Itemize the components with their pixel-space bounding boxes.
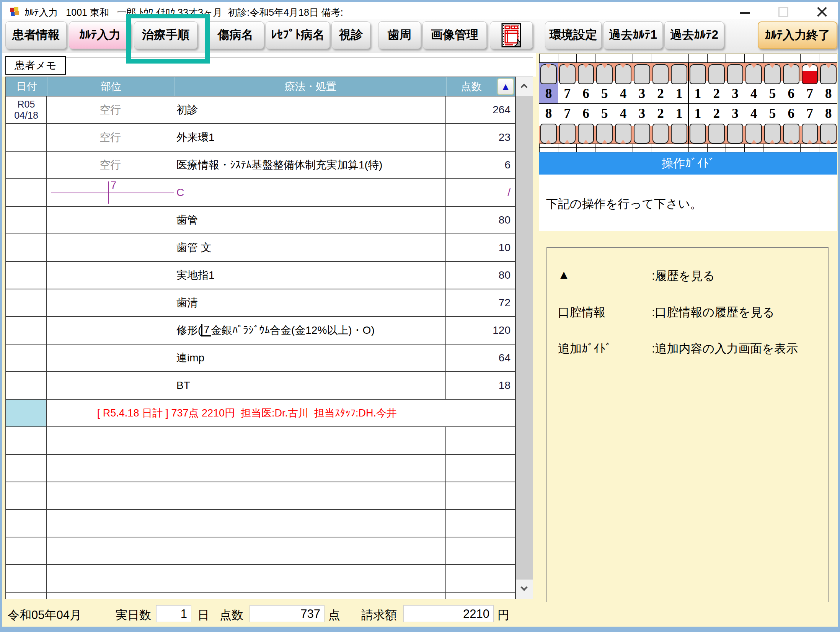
tooth-number-lower-right-3[interactable]: 3 — [633, 104, 651, 123]
tooth-upper-right-5[interactable] — [596, 64, 613, 84]
table-row-empty[interactable] — [6, 455, 515, 482]
tooth-lower-left-3[interactable] — [727, 124, 744, 144]
tooth-number-upper-left-1[interactable]: 1 — [688, 84, 707, 103]
sort-up-icon[interactable]: ▲ — [497, 78, 514, 95]
patient-memo-tab[interactable]: 患者メモ — [5, 56, 66, 75]
scroll-up-icon[interactable] — [516, 77, 533, 96]
tooth-number-upper-left-7[interactable]: 7 — [801, 84, 819, 103]
tooth-upper-left-3[interactable] — [727, 64, 744, 84]
tooth-upper-right-7[interactable] — [559, 64, 576, 84]
table-row[interactable]: 空行 外来環1 23 — [6, 124, 515, 152]
tooth-number-lower-right-1[interactable]: 1 — [670, 104, 688, 123]
tooth-upper-right-6[interactable] — [578, 64, 594, 84]
tooth-number-lower-left-3[interactable]: 3 — [726, 104, 745, 123]
exit-karte-input-button[interactable]: ｶﾙﾃ入力終了 — [758, 21, 837, 49]
tooth-upper-left-6[interactable] — [783, 64, 799, 84]
tooth-number-upper-left-8[interactable]: 8 — [819, 84, 837, 103]
tooth-number-lower-right-7[interactable]: 7 — [558, 104, 577, 123]
tooth-number-lower-right-8[interactable]: 8 — [539, 104, 558, 123]
tooth-number-upper-left-4[interactable]: 4 — [744, 84, 763, 103]
perio-button[interactable]: 歯周 — [378, 21, 421, 49]
table-row[interactable]: 空行 医療情報・ｼｽﾃﾑ基盤整備体制充実加算1(特) 6 — [6, 152, 515, 179]
tooth-upper-right-8[interactable] — [540, 64, 557, 84]
table-row[interactable]: 歯管 文 10 — [6, 234, 515, 262]
past-karte2-button[interactable]: 過去ｶﾙﾃ2 — [664, 21, 724, 49]
disease-name-button[interactable]: 傷病名 — [207, 21, 264, 49]
table-scrollbar[interactable] — [516, 77, 533, 599]
tooth-lower-right-8[interactable] — [540, 124, 557, 144]
receipt-print-button[interactable] — [490, 21, 533, 49]
table-row[interactable]: BT 18 — [6, 372, 515, 400]
tooth-number-lower-right-2[interactable]: 2 — [651, 104, 670, 123]
tooth-number-upper-left-2[interactable]: 2 — [707, 84, 726, 103]
tooth-upper-right-2[interactable] — [652, 64, 669, 84]
table-row[interactable]: 歯清 72 — [6, 289, 515, 317]
tooth-lower-left-4[interactable] — [745, 124, 762, 144]
tooth-number-upper-right-4[interactable]: 4 — [614, 84, 633, 103]
table-row[interactable]: 実地指1 80 — [6, 262, 515, 289]
tooth-upper-left-7[interactable] — [802, 64, 818, 84]
table-row[interactable]: 連imp 64 — [6, 345, 515, 372]
tooth-number-upper-right-6[interactable]: 6 — [577, 84, 595, 103]
tooth-lower-left-2[interactable] — [708, 124, 725, 144]
tooth-lower-right-5[interactable] — [596, 124, 613, 144]
table-row-empty[interactable] — [6, 593, 515, 599]
maximize-icon[interactable] — [771, 5, 794, 18]
tooth-upper-right-4[interactable] — [615, 64, 631, 84]
tooth-upper-left-5[interactable] — [764, 64, 781, 84]
table-row[interactable]: R0504/18 空行 初診 264 — [6, 96, 515, 124]
environment-settings-button[interactable]: 環境設定 — [545, 21, 602, 49]
tooth-lower-left-7[interactable] — [802, 124, 818, 144]
tooth-upper-left-1[interactable] — [690, 64, 706, 84]
tooth-number-upper-right-8[interactable]: 8 — [539, 84, 558, 103]
table-row-empty[interactable] — [6, 482, 515, 510]
tooth-number-upper-left-3[interactable]: 3 — [726, 84, 745, 103]
tooth-number-upper-right-7[interactable]: 7 — [558, 84, 577, 103]
tooth-upper-left-8[interactable] — [820, 64, 837, 84]
tooth-number-lower-right-4[interactable]: 4 — [614, 104, 633, 123]
tooth-lower-left-6[interactable] — [783, 124, 799, 144]
tooth-number-lower-right-6[interactable]: 6 — [577, 104, 595, 123]
tooth-number-upper-right-5[interactable]: 5 — [595, 84, 614, 103]
table-row-empty[interactable] — [6, 510, 515, 537]
minimize-icon[interactable] — [733, 5, 756, 18]
patient-memo-field[interactable] — [5, 57, 533, 74]
tooth-number-upper-right-1[interactable]: 1 — [670, 84, 688, 103]
tooth-number-lower-left-8[interactable]: 8 — [819, 104, 837, 123]
tooth-lower-right-6[interactable] — [578, 124, 594, 144]
image-management-button[interactable]: 画像管理 — [422, 21, 487, 49]
tooth-lower-right-3[interactable] — [634, 124, 650, 144]
tooth-number-upper-right-2[interactable]: 2 — [651, 84, 670, 103]
table-row[interactable]: 7 C / — [6, 179, 515, 207]
tooth-lower-right-1[interactable] — [671, 124, 687, 144]
tooth-lower-right-2[interactable] — [652, 124, 669, 144]
tooth-number-lower-left-2[interactable]: 2 — [707, 104, 726, 123]
tooth-lower-left-1[interactable] — [690, 124, 706, 144]
tooth-lower-left-5[interactable] — [764, 124, 781, 144]
past-karte1-button[interactable]: 過去ｶﾙﾃ1 — [603, 21, 663, 49]
table-row[interactable]: 歯管 80 — [6, 207, 515, 234]
tooth-number-lower-left-5[interactable]: 5 — [763, 104, 782, 123]
tooth-number-lower-left-4[interactable]: 4 — [744, 104, 763, 123]
table-row-empty[interactable] — [6, 537, 515, 565]
receipt-disease-name-button[interactable]: ﾚｾﾌﾟﾄ病名 — [266, 21, 330, 49]
tooth-upper-right-1[interactable] — [671, 64, 687, 84]
tooth-lower-right-7[interactable] — [559, 124, 576, 144]
close-icon[interactable] — [810, 5, 833, 18]
tooth-lower-left-8[interactable] — [820, 124, 837, 144]
tooth-number-lower-right-5[interactable]: 5 — [595, 104, 614, 123]
karte-input-button[interactable]: ｶﾙﾃ入力 — [69, 21, 131, 49]
tooth-lower-right-4[interactable] — [615, 124, 631, 144]
table-row-empty[interactable] — [6, 427, 515, 455]
patient-info-button[interactable]: 患者情報 — [5, 21, 67, 49]
tooth-number-lower-left-7[interactable]: 7 — [801, 104, 819, 123]
tooth-number-upper-left-6[interactable]: 6 — [782, 84, 801, 103]
tooth-number-lower-left-1[interactable]: 1 — [688, 104, 707, 123]
tooth-number-upper-left-5[interactable]: 5 — [763, 84, 782, 103]
tooth-number-lower-left-6[interactable]: 6 — [782, 104, 801, 123]
tooth-number-upper-right-3[interactable]: 3 — [633, 84, 651, 103]
tooth-upper-left-2[interactable] — [708, 64, 725, 84]
tooth-upper-left-4[interactable] — [745, 64, 762, 84]
visual-exam-button[interactable]: 視診 — [331, 21, 370, 49]
teeth-chart[interactable]: 8765432112345678 8765432112345678 — [539, 54, 837, 152]
